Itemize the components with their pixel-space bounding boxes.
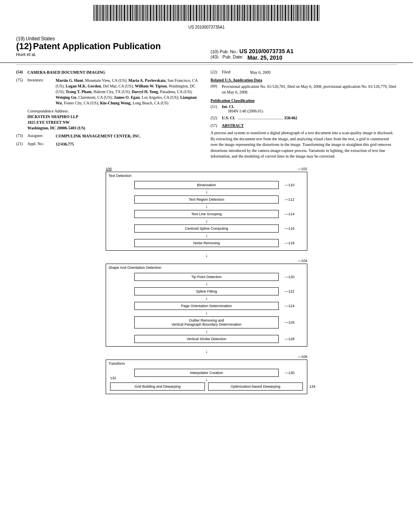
appl-no-content: 12/436,775 <box>56 141 202 147</box>
fc-label-104-outer: —104 <box>106 259 307 263</box>
svg-rect-20 <box>124 5 125 21</box>
fc-binarization-row: Binarization —110 <box>126 181 287 189</box>
svg-rect-13 <box>113 5 114 21</box>
fc-label-102: —102 <box>298 167 307 171</box>
int-cl-label: Int. Cl. <box>222 104 234 109</box>
svg-rect-107 <box>257 5 259 21</box>
svg-rect-71 <box>202 5 203 21</box>
fc-text-line-row: Text Line Grouping —114 <box>126 210 287 218</box>
svg-rect-23 <box>129 5 129 21</box>
related-data-title: Related U.S. Application Data <box>211 78 397 82</box>
filed-section: (22) Filed: May 6, 2009 <box>211 70 397 75</box>
int-cl-row: (51) Int. Cl. H04N 1/40 (2006.01) <box>211 104 397 113</box>
svg-rect-89 <box>230 5 230 21</box>
inventors-section: (75) Inventors: Martin G. Hunt, Mountain… <box>16 78 202 106</box>
svg-rect-57 <box>181 5 181 21</box>
fc-text-region-row: Text Region Detection —112 <box>126 195 287 204</box>
svg-rect-98 <box>244 5 245 21</box>
fc-outlier-box: Outlier Removing andVertical Paragraph B… <box>134 316 279 328</box>
svg-rect-135 <box>300 5 301 21</box>
us-cl-num: (52) <box>211 116 222 120</box>
svg-rect-102 <box>250 5 251 21</box>
fc-box-shape-orient: Shape And Orientation Detection Tip Poin… <box>106 264 307 347</box>
fc-interpolator-box: Interpolator Creation —130 <box>134 369 279 377</box>
svg-rect-129 <box>291 5 292 21</box>
svg-rect-111 <box>263 5 265 21</box>
svg-rect-72 <box>204 5 205 21</box>
svg-rect-78 <box>213 5 214 21</box>
svg-rect-29 <box>138 5 139 21</box>
svg-rect-146 <box>317 5 318 21</box>
svg-rect-55 <box>177 5 179 21</box>
publication-number: US 20100073735A1 <box>0 25 413 29</box>
fc-arrow-4: ↓ <box>110 233 303 238</box>
fc-text-line-box: Text Line Grouping —114 <box>134 210 279 218</box>
fc-tip-point-row: Tip Point Detection —120 <box>126 273 287 281</box>
fc-binarization-box: Binarization —110 <box>134 181 279 189</box>
title-num: (54) <box>16 70 27 75</box>
svg-rect-39 <box>153 5 154 21</box>
fc-label-104: 104 <box>301 259 307 263</box>
svg-rect-66 <box>195 5 195 21</box>
filed-content: May 6, 2009 <box>250 70 397 75</box>
inventors-label: Inventors: <box>27 78 56 106</box>
fc-bottom-row: 132 Grid Building and Dewarping Optimiza… <box>110 382 303 391</box>
svg-rect-46 <box>164 5 165 21</box>
svg-rect-45 <box>163 5 163 21</box>
corr-street: 1825 EYE STREET NW <box>27 120 70 125</box>
svg-rect-83 <box>221 5 221 21</box>
svg-rect-80 <box>216 5 217 21</box>
svg-rect-62 <box>188 5 189 21</box>
fc-box-transform: Transform Interpolator Creation —130 ↓ 1… <box>106 360 307 394</box>
svg-rect-32 <box>142 5 144 21</box>
svg-rect-59 <box>184 5 185 21</box>
svg-rect-131 <box>294 5 295 21</box>
fc-noise-box: Noise Removing —118 <box>134 239 279 247</box>
fc-132-label: 132 <box>110 376 116 380</box>
barcode-image <box>86 4 327 24</box>
fc-centroid-label: Centroid Spline Computing <box>185 227 228 231</box>
fc-tip-point-box: Tip Point Detection —120 <box>134 273 279 281</box>
pub-no-value: US 2010/0073735 A1 <box>240 48 294 54</box>
left-column: (54) CAMERA-BASED DOCUMENT IMAGING (75) … <box>16 70 202 163</box>
fc-arrow-7: ↓ <box>110 310 303 315</box>
flowchart: 100 —102 Text Detection Binarization —11… <box>106 167 307 397</box>
related-data-num: (60) <box>211 84 222 95</box>
page: US 20100073735A1 (19) United States (12)… <box>0 0 413 532</box>
svg-rect-119 <box>276 5 276 21</box>
svg-rect-122 <box>280 5 281 21</box>
svg-rect-106 <box>256 5 257 21</box>
svg-rect-28 <box>136 5 138 21</box>
related-data-content: Provisional application No. 61/126,781, … <box>222 84 397 95</box>
fc-noise-ref: —118 <box>285 241 294 245</box>
svg-rect-86 <box>225 5 226 21</box>
svg-rect-61 <box>187 5 188 21</box>
doc-type-label: (12) Patent Application Publication <box>16 42 202 51</box>
svg-rect-8 <box>106 5 106 21</box>
svg-rect-82 <box>219 5 220 21</box>
svg-rect-22 <box>127 5 128 21</box>
inventors-num: (75) <box>16 78 27 106</box>
svg-rect-110 <box>262 5 263 21</box>
svg-rect-2 <box>96 5 98 21</box>
svg-rect-139 <box>307 5 307 21</box>
svg-rect-42 <box>158 5 159 21</box>
abstract-num: (57) <box>211 123 222 128</box>
svg-rect-118 <box>274 5 275 21</box>
svg-rect-56 <box>179 5 180 21</box>
abstract-section: (57) ABSTRACT A process and system to tr… <box>211 123 397 160</box>
svg-rect-73 <box>206 5 206 21</box>
filed-label: Filed: <box>222 70 250 75</box>
int-cl-year: (2006.01) <box>247 109 263 113</box>
svg-rect-136 <box>302 5 302 21</box>
svg-rect-142 <box>311 5 312 21</box>
svg-rect-44 <box>161 5 162 21</box>
doc-type-num: (12) <box>16 41 32 51</box>
related-data-section: Related U.S. Application Data (60) Provi… <box>211 78 397 95</box>
svg-rect-40 <box>155 5 155 21</box>
fc-outlier-ref: —126 <box>285 320 294 324</box>
fc-centroid-box: Centroid Spline Computing —116 <box>134 224 279 233</box>
svg-rect-34 <box>146 5 146 21</box>
fc-text-detection-label: Text Detection <box>108 174 131 178</box>
svg-rect-19 <box>123 5 123 21</box>
